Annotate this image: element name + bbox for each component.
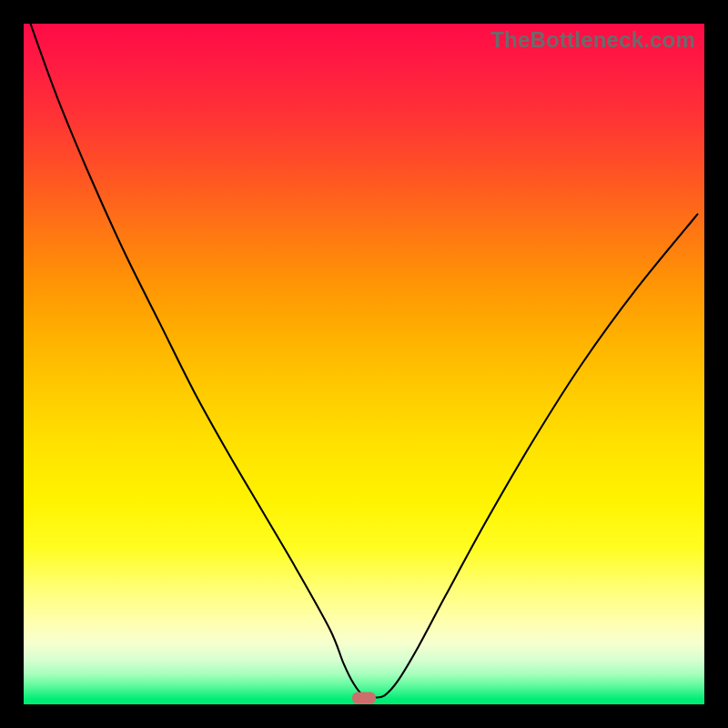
optimal-point-marker xyxy=(352,692,376,703)
plot-area: TheBottleneck.com xyxy=(24,24,704,704)
watermark-text: TheBottleneck.com xyxy=(490,27,695,53)
chart-frame: TheBottleneck.com xyxy=(0,0,728,728)
bottleneck-curve xyxy=(24,24,704,704)
